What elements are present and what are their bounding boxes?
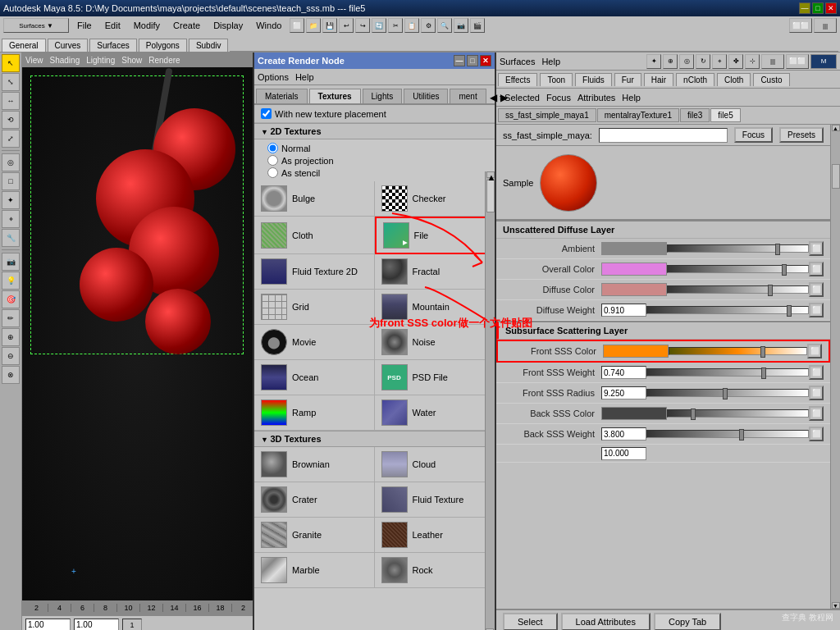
ae-unscattered-section[interactable]: Unscattered Diffuse Layer: [496, 220, 830, 239]
tool-17[interactable]: ⊗: [2, 366, 20, 384]
ae-scroll-thumb[interactable]: [832, 164, 840, 189]
toolbar-icon-5[interactable]: ↪: [355, 18, 370, 33]
surf-icon-2[interactable]: ⊕: [663, 54, 678, 69]
toolbar-icon-11[interactable]: 📷: [454, 18, 468, 33]
ae-fsw-slider[interactable]: [646, 368, 809, 377]
ae-copy-tab-button[interactable]: Copy Tab: [654, 613, 721, 630]
ae-bsw-slider[interactable]: [646, 430, 809, 438]
ae-diffuse-weight-field[interactable]: [601, 304, 646, 317]
crn-menu-help[interactable]: Help: [295, 72, 314, 82]
close-button[interactable]: ✕: [825, 2, 837, 14]
tool-4[interactable]: ⟲: [2, 111, 20, 129]
texture-cloth[interactable]: Cloth: [254, 217, 375, 254]
texture-leather[interactable]: Leather: [375, 518, 495, 553]
menu-modify[interactable]: Modify: [129, 20, 165, 31]
ae-diffuse-color-swatch[interactable]: [601, 283, 667, 296]
ae-dc-map[interactable]: ⬜: [809, 282, 824, 297]
tab-surfaces[interactable]: Surfaces: [89, 39, 136, 52]
crn-tab-mental[interactable]: ment: [450, 89, 486, 103]
toolbar-icon-1[interactable]: ⬜: [290, 18, 304, 33]
menu-help[interactable]: Help: [541, 57, 560, 66]
section-2d-textures[interactable]: 2D Textures: [254, 123, 495, 139]
ae-overall-swatch[interactable]: [601, 262, 667, 276]
tab-fluids[interactable]: Fluids: [575, 73, 612, 86]
radio-stencil-input[interactable]: [267, 167, 278, 178]
ae-presets-button[interactable]: Presets: [779, 127, 824, 143]
radio-normal-input[interactable]: [267, 143, 278, 153]
tab-subdiv[interactable]: Subdiv: [189, 39, 229, 52]
surf-icon-7[interactable]: ⊹: [745, 54, 760, 69]
tab-hair[interactable]: Hair: [644, 73, 673, 86]
ae-scrollbar[interactable]: ▲ ▼: [830, 125, 840, 609]
ae-bsc-slider[interactable]: [667, 409, 809, 418]
tool-14[interactable]: ✏: [2, 309, 20, 327]
ae-front-sss-radius-field[interactable]: [601, 386, 646, 399]
texture-file[interactable]: ▶ File: [375, 217, 495, 254]
crn-placement-checkbox[interactable]: [261, 108, 272, 119]
ae-fsc-map[interactable]: ⬜: [807, 344, 822, 358]
tool-15[interactable]: ⊕: [2, 328, 20, 346]
ae-front-sss-weight-field[interactable]: [601, 366, 646, 379]
ae-tab-4[interactable]: file5: [710, 108, 740, 122]
tab-fur[interactable]: Fur: [614, 73, 641, 86]
ae-overall-slider[interactable]: [667, 265, 809, 273]
radio-projection[interactable]: As projection: [267, 155, 482, 166]
tool-11[interactable]: 📷: [2, 253, 20, 271]
radio-projection-input[interactable]: [267, 155, 278, 166]
tab-curves[interactable]: Curves: [48, 39, 89, 52]
radio-normal[interactable]: Normal: [267, 143, 482, 153]
ae-fsr-map[interactable]: ⬜: [809, 386, 824, 400]
ae-ambient-swatch[interactable]: [601, 242, 667, 255]
layout-dropdown[interactable]: Surfaces ▼: [3, 18, 69, 33]
tab-effects[interactable]: Effects: [498, 73, 537, 86]
viewport-menu-renderer[interactable]: Rendere: [148, 56, 180, 65]
toolbar-icon-r2[interactable]: |||: [814, 18, 837, 33]
ae-subsurface-section[interactable]: Subsurface Scattering Layer: [496, 321, 830, 340]
ae-partial-field[interactable]: [601, 447, 646, 460]
ae-tab-1[interactable]: ss_fast_simple_maya1: [498, 108, 596, 122]
tool-9[interactable]: ⌖: [2, 210, 20, 228]
crn-scrollbar[interactable]: ▲ ▼: [485, 171, 495, 630]
texture-checker[interactable]: Checker: [375, 181, 495, 217]
tab-cloth[interactable]: Cloth: [717, 73, 751, 86]
tab-polygons[interactable]: Polygons: [139, 39, 187, 52]
radio-stencil[interactable]: As stencil: [267, 167, 482, 178]
ae-dw-map[interactable]: ⬜: [809, 303, 824, 317]
toolbar-icon-9[interactable]: ⚙: [421, 18, 436, 33]
toolbar-icon-4[interactable]: ↩: [339, 18, 354, 33]
toolbar-icon-2[interactable]: 📁: [306, 18, 321, 33]
ae-scroll-down[interactable]: ▼: [832, 602, 840, 609]
ae-focus-button[interactable]: Focus: [734, 127, 773, 143]
texture-fluid2d[interactable]: Fluid Texture 2D: [254, 254, 375, 290]
viewport-3d[interactable]: +: [22, 67, 253, 600]
tool-10[interactable]: 🔧: [2, 229, 20, 247]
crn-minimize[interactable]: —: [454, 55, 465, 66]
ae-ambient-slider[interactable]: [667, 244, 809, 253]
status-field-1[interactable]: [25, 619, 71, 631]
viewport-menu-shading[interactable]: Shading: [50, 56, 80, 65]
toolbar-icon-12[interactable]: 🎬: [470, 18, 485, 33]
texture-rock[interactable]: Rock: [375, 553, 495, 588]
ae-select-button[interactable]: Select: [503, 613, 558, 630]
toolbar-icon-7[interactable]: ✂: [388, 18, 403, 33]
surf-icon-3[interactable]: ◎: [679, 54, 694, 69]
crn-tab-next[interactable]: ▶: [499, 92, 509, 103]
texture-marble[interactable]: Marble: [254, 553, 375, 588]
ae-bsc-map[interactable]: ⬜: [809, 406, 824, 421]
surf-icon-1[interactable]: ✦: [646, 54, 661, 69]
texture-movie[interactable]: ⬤ Movie: [254, 325, 375, 360]
tool-12[interactable]: 💡: [2, 272, 20, 290]
ae-fsr-slider[interactable]: [646, 389, 809, 397]
tool-6[interactable]: ◎: [2, 153, 20, 171]
surf-icon-4[interactable]: ↻: [696, 54, 710, 69]
ae-front-sss-color-swatch[interactable]: [603, 345, 669, 358]
tool-8[interactable]: ✦: [2, 191, 20, 209]
ae-menu-attributes[interactable]: Attributes: [578, 93, 615, 103]
toolbar-icon-8[interactable]: 📋: [404, 18, 419, 33]
texture-psdfile[interactable]: PSD PSD File: [375, 360, 495, 395]
ae-bsw-map[interactable]: ⬜: [809, 427, 824, 441]
crn-tab-lights[interactable]: Lights: [363, 89, 403, 103]
toolbar-icon-3[interactable]: 💾: [322, 18, 337, 33]
texture-mountain[interactable]: Mountain: [375, 290, 495, 325]
ae-back-sss-color-swatch[interactable]: [601, 407, 667, 420]
